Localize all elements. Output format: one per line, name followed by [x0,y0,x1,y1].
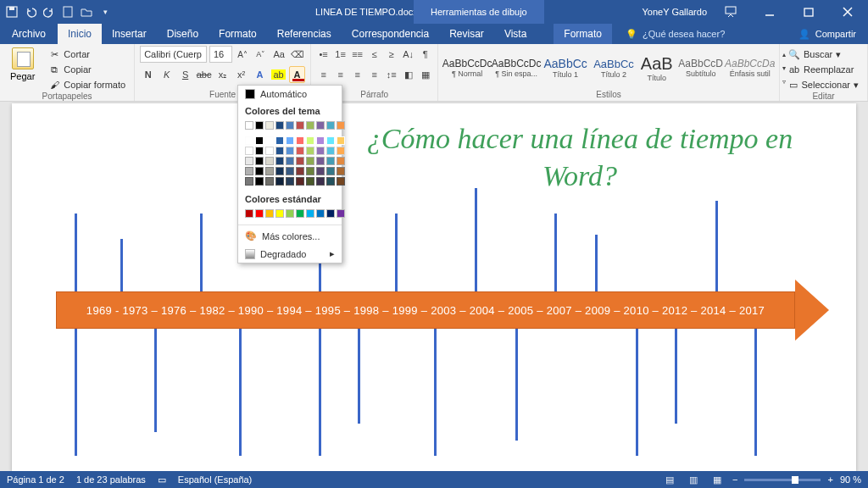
chevron-down-icon[interactable]: ▾ [98,5,112,19]
color-swatch[interactable] [265,121,274,130]
color-swatch[interactable] [245,147,253,155]
color-swatch[interactable] [286,147,294,155]
underline-button[interactable]: S [177,66,193,83]
color-swatch[interactable] [316,157,325,165]
print-layout-icon[interactable]: ▥ [685,471,702,488]
justify-button[interactable]: ≡ [367,66,381,83]
color-swatch[interactable] [306,121,314,130]
sort-button[interactable]: A↓ [401,46,415,63]
show-marks-button[interactable]: ¶ [418,46,432,63]
style-enfasis[interactable]: AaBbCcDaÉnfasis sutil [726,46,774,90]
color-swatch[interactable] [296,121,304,130]
replace-button[interactable]: abReemplazar [785,63,862,76]
document-area[interactable]: ¿Cómo hacer una línea de tiempo en Word?… [0,102,868,471]
style-subtitulo[interactable]: AaBbCcDSubtítulo [677,46,725,90]
color-swatch[interactable] [316,147,325,155]
maximize-icon[interactable] [793,0,824,24]
color-swatch[interactable] [306,157,314,165]
minimize-icon[interactable] [754,0,785,24]
undo-icon[interactable] [24,5,37,19]
color-swatch[interactable] [245,167,253,175]
color-swatch[interactable] [326,167,335,175]
zoom-out-button[interactable]: − [732,474,737,485]
multilevel-button[interactable]: ≡≡ [350,46,364,63]
color-swatch[interactable] [337,136,345,145]
italic-button[interactable]: K [159,66,175,83]
color-swatch[interactable] [255,177,264,186]
align-center-button[interactable]: ≡ [333,66,348,83]
color-swatch[interactable] [286,121,294,130]
tab-inicio[interactable]: Inicio [58,24,102,44]
color-swatch[interactable] [265,177,274,186]
color-swatch[interactable] [316,177,325,186]
tab-revisar[interactable]: Revisar [439,24,494,44]
tab-formato-draw[interactable]: Formato [554,24,612,44]
color-swatch[interactable] [255,167,264,175]
web-layout-icon[interactable]: ▦ [709,471,726,488]
color-swatch[interactable] [326,121,335,130]
color-swatch[interactable] [337,147,345,155]
redo-icon[interactable] [42,5,56,19]
color-swatch[interactable] [326,157,335,165]
color-swatch[interactable] [337,121,345,130]
share-button[interactable]: 👤 Compartir [787,24,868,44]
color-swatch[interactable] [275,167,284,175]
style-titulo[interactable]: AaBTítulo [638,46,676,90]
clear-format-button[interactable]: ⌫ [290,46,306,63]
color-swatch[interactable] [326,147,335,155]
style-titulo1[interactable]: AaBbCcTítulo 1 [542,46,589,90]
gradient-option[interactable]: Degradado▸ [238,245,342,263]
color-swatch[interactable] [255,136,264,145]
color-swatch[interactable] [265,136,274,145]
save-icon[interactable] [5,5,19,19]
more-colors[interactable]: 🎨Más colores... [238,227,342,245]
new-icon[interactable] [61,5,75,19]
find-button[interactable]: 🔍Buscar ▾ [785,47,862,61]
color-swatch[interactable] [306,136,314,145]
color-swatch[interactable] [286,136,294,145]
borders-button[interactable]: ▦ [418,66,432,83]
select-button[interactable]: ▭Seleccionar ▾ [785,78,862,92]
color-swatch[interactable] [306,147,314,155]
superscript-button[interactable]: x² [233,66,249,83]
grow-font-button[interactable]: A˄ [235,46,251,63]
color-swatch[interactable] [337,157,345,165]
color-swatch[interactable] [255,157,264,165]
tab-vista[interactable]: Vista [494,24,537,44]
zoom-slider[interactable] [744,479,821,481]
color-swatch[interactable] [265,157,274,165]
color-swatch[interactable] [296,177,304,186]
timeline-arrow[interactable]: 1969 - 1973 – 1976 – 1982 – 1990 – 1994 … [56,291,829,329]
color-swatch[interactable] [306,177,314,186]
color-swatch[interactable] [275,121,284,130]
color-swatch[interactable] [306,209,314,218]
color-swatch[interactable] [286,209,294,218]
style-sin-espaciado[interactable]: AaBbCcDc¶ Sin espa... [492,46,540,90]
color-swatch[interactable] [337,167,345,175]
tab-file[interactable]: Archivo [0,24,58,44]
color-swatch[interactable] [265,147,274,155]
line-spacing-button[interactable]: ↕≡ [384,66,398,83]
color-swatch[interactable] [286,167,294,175]
user-name[interactable]: YoneY Gallardo [643,7,707,17]
numbering-button[interactable]: 1≡ [333,46,348,63]
align-left-button[interactable]: ≡ [316,66,331,83]
status-spell-icon[interactable]: ▭ [158,474,166,485]
style-normal[interactable]: AaBbCcDc¶ Normal [443,46,491,90]
bullets-button[interactable]: •≡ [316,46,331,63]
color-swatch[interactable] [286,177,294,186]
increase-indent-button[interactable]: ≥ [384,46,398,63]
color-swatch[interactable] [326,177,335,186]
color-swatch[interactable] [296,209,304,218]
copy-button[interactable]: ⧉Copiar [45,63,129,76]
open-icon[interactable] [80,5,93,19]
color-swatch[interactable] [316,136,325,145]
color-swatch[interactable] [255,121,264,130]
color-swatch[interactable] [316,121,325,130]
cut-button[interactable]: ✂Cortar [45,47,129,61]
color-swatch[interactable] [275,147,284,155]
status-language[interactable]: Español (España) [178,474,252,485]
zoom-in-button[interactable]: + [827,474,832,485]
font-size-combo[interactable]: 16 [209,46,232,63]
color-swatch[interactable] [337,177,345,186]
